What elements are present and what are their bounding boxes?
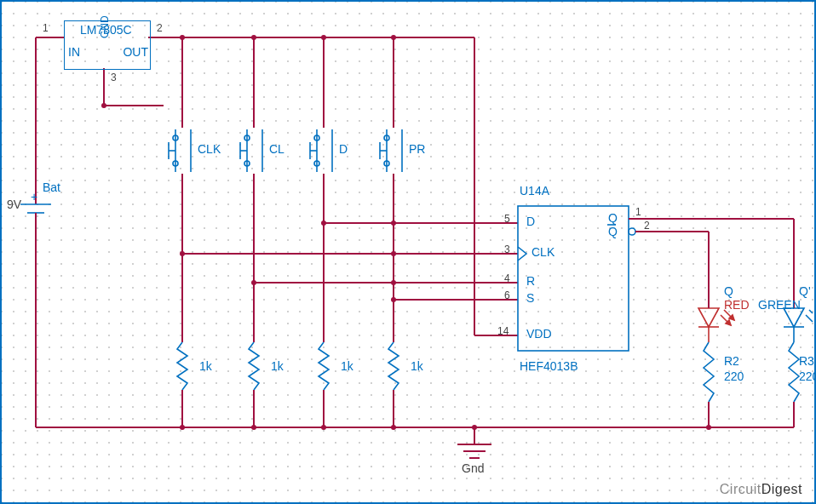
svg-point-73	[629, 228, 635, 235]
ic-pin-name-s: S	[526, 291, 534, 305]
led-q-name: Q	[724, 284, 733, 298]
regulator-pin-gnd: 3	[111, 72, 117, 83]
svg-point-64	[391, 297, 396, 302]
led-q-color: RED	[724, 298, 750, 312]
svg-point-61	[391, 220, 396, 226]
regulator-gnd-label: GND	[99, 15, 111, 38]
svg-line-88	[806, 315, 813, 322]
credit-text: CircuitDigest	[720, 482, 802, 497]
r3-ref: R3	[799, 354, 814, 368]
wires-layer: .w { stroke: #a01040; stroke-width: 2; f…	[2, 2, 816, 504]
ic-pin-num-qb: 2	[644, 220, 650, 232]
svg-point-55	[251, 35, 256, 40]
ic-pin-num-clk: 3	[504, 243, 510, 255]
svg-point-59	[251, 280, 256, 285]
regulator-in-label: IN	[68, 45, 80, 59]
r2-value: 220	[724, 369, 744, 383]
ic-pin-num-d: 5	[504, 213, 510, 225]
credit-b: Digest	[761, 482, 802, 496]
svg-point-60	[321, 220, 326, 226]
ic-pin-name-r: R	[526, 274, 535, 288]
ic-pin-name-clk: CLK	[532, 245, 555, 259]
ic-pin-num-r: 4	[504, 272, 510, 284]
svg-point-66	[251, 425, 256, 430]
svg-line-89	[809, 310, 813, 313]
button-label-d: D	[339, 142, 348, 156]
svg-point-65	[180, 425, 185, 430]
regulator-pin-in: 1	[43, 22, 49, 34]
svg-point-58	[180, 251, 185, 256]
ic-pin-num-q: 1	[635, 206, 641, 218]
button-label-pr: PR	[409, 142, 425, 156]
regulator-out-label: OUT	[123, 45, 148, 59]
button-label-cl: CL	[269, 142, 284, 156]
button-column-4	[380, 37, 402, 427]
resistor-val-1: 1k	[199, 359, 212, 373]
svg-point-53	[101, 103, 106, 108]
svg-point-63	[391, 280, 396, 285]
svg-point-56	[321, 35, 326, 40]
regulator-box: LM7805C IN OUT GND	[64, 20, 151, 70]
button-column-1	[169, 37, 191, 427]
ic-pin-name-q: Q	[608, 211, 618, 225]
svg-point-54	[180, 35, 185, 40]
led-red	[698, 308, 734, 342]
button-column-2	[240, 37, 262, 427]
ic-ref: U14A	[520, 184, 549, 198]
ground-label: Gnd	[462, 461, 484, 475]
ic-part: HEF4013B	[520, 359, 578, 373]
button-label-clk: CLK	[198, 142, 221, 156]
ic-pin-name-d: D	[526, 215, 535, 228]
credit-a: Circuit	[720, 482, 761, 496]
circuit-canvas: .w { stroke: #a01040; stroke-width: 2; f…	[0, 0, 816, 504]
ground-symbol	[457, 427, 491, 458]
svg-point-67	[321, 425, 326, 430]
resistor-val-3: 1k	[341, 359, 353, 373]
regulator-pin-out: 2	[157, 22, 163, 34]
led-qb-color: GREEN	[758, 298, 801, 312]
battery-label: Bat	[43, 180, 60, 194]
svg-point-62	[391, 251, 396, 256]
svg-marker-77	[698, 308, 719, 327]
svg-point-68	[391, 425, 396, 430]
ic-pin-name-vdd: VDD	[526, 327, 552, 341]
battery-symbol: +	[20, 37, 51, 427]
svg-text:+: +	[31, 190, 37, 203]
battery-value: 9V	[7, 198, 21, 211]
r3-value: 220	[799, 369, 816, 383]
led-green	[784, 308, 813, 342]
ic-pin-name-qb: Q	[608, 225, 618, 238]
svg-point-57	[391, 35, 396, 40]
resistor-val-4: 1k	[411, 359, 423, 373]
ic-pin-num-vdd: 14	[497, 325, 509, 337]
r2-ref: R2	[724, 354, 739, 368]
led-qb-name: Q'	[799, 284, 811, 298]
resistor-val-2: 1k	[271, 359, 284, 373]
ic-pin-num-s: 6	[504, 289, 510, 301]
button-column-3	[310, 37, 332, 427]
